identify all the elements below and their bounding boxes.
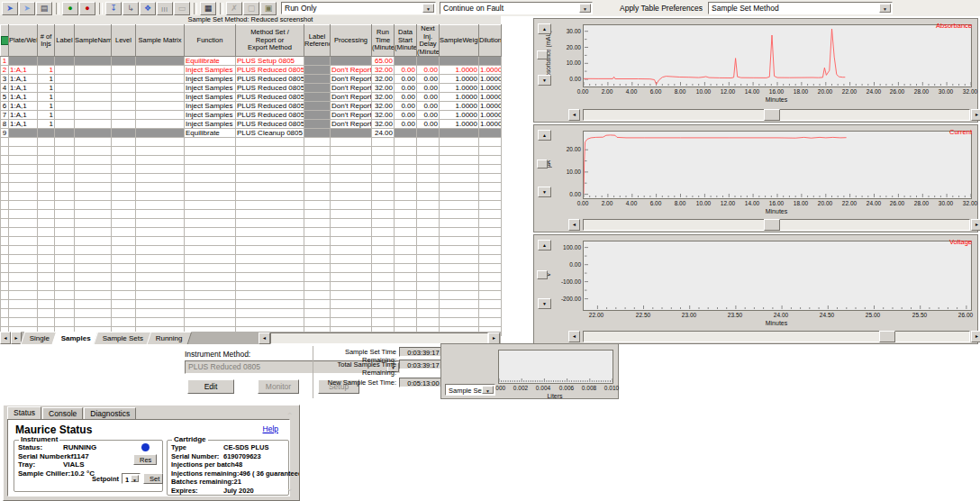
cell[interactable] — [112, 138, 136, 147]
cell[interactable] — [372, 273, 395, 282]
scroll-left-button[interactable]: ◄ — [568, 331, 580, 342]
cell[interactable] — [185, 255, 236, 264]
row-number[interactable] — [1, 201, 9, 210]
cell[interactable] — [9, 183, 38, 192]
scroll-down-chevron[interactable]: ⌄ — [286, 485, 294, 492]
cell[interactable] — [185, 174, 236, 183]
cell[interactable]: 32.00 — [372, 102, 395, 111]
cell[interactable] — [372, 318, 395, 327]
cell[interactable] — [304, 174, 331, 183]
stop-icon[interactable]: ● — [79, 2, 95, 15]
cell[interactable] — [331, 318, 372, 327]
cell[interactable] — [331, 192, 372, 201]
cell[interactable] — [440, 255, 479, 264]
column-header[interactable]: SampleWeight — [440, 25, 479, 57]
cell[interactable] — [112, 246, 136, 255]
scale-up-button[interactable]: ▲ — [538, 240, 551, 250]
cell[interactable] — [112, 165, 136, 174]
cell[interactable] — [304, 219, 331, 228]
cell[interactable] — [112, 273, 136, 282]
cell[interactable] — [136, 300, 185, 309]
cell[interactable] — [236, 237, 304, 246]
cell[interactable] — [372, 156, 395, 165]
cell[interactable] — [185, 237, 236, 246]
cell[interactable] — [331, 57, 372, 66]
cell[interactable] — [372, 138, 395, 147]
row-number[interactable] — [1, 156, 9, 165]
cell[interactable] — [236, 138, 304, 147]
cell[interactable] — [136, 120, 185, 129]
cell[interactable] — [304, 309, 331, 318]
cell[interactable] — [417, 165, 440, 174]
cell[interactable] — [9, 210, 38, 219]
cell[interactable] — [440, 201, 479, 210]
cell[interactable] — [136, 291, 185, 300]
cell[interactable] — [304, 120, 331, 129]
cell[interactable] — [331, 183, 372, 192]
cell[interactable]: 1 — [38, 75, 55, 84]
cell[interactable] — [75, 174, 112, 183]
cell[interactable] — [417, 219, 440, 228]
scale-up-button[interactable]: ▲ — [538, 130, 551, 141]
scrollbar-thumb[interactable] — [879, 331, 895, 342]
cell[interactable] — [479, 246, 502, 255]
row-number[interactable] — [1, 219, 9, 228]
cell[interactable] — [479, 291, 502, 300]
cell[interactable] — [236, 291, 304, 300]
cell[interactable] — [75, 66, 112, 75]
cell[interactable] — [75, 255, 112, 264]
insert-row-icon[interactable]: ▭ — [174, 2, 190, 15]
cell[interactable] — [236, 174, 304, 183]
cell[interactable]: 0.00 — [395, 84, 417, 93]
cell[interactable] — [55, 57, 75, 66]
cell[interactable] — [112, 129, 136, 138]
cell[interactable] — [136, 84, 185, 93]
cell[interactable] — [75, 84, 112, 93]
cell[interactable]: 1.0000 — [479, 102, 502, 111]
cell[interactable] — [372, 237, 395, 246]
cell[interactable] — [440, 147, 479, 156]
cell[interactable] — [395, 228, 417, 237]
cell[interactable]: Inject Samples — [185, 66, 236, 75]
cell[interactable] — [75, 192, 112, 201]
cell[interactable]: 1 — [38, 111, 55, 120]
cell[interactable] — [304, 129, 331, 138]
row-number[interactable] — [1, 318, 9, 327]
cell[interactable] — [185, 219, 236, 228]
cell[interactable] — [417, 273, 440, 282]
scroll-right-button[interactable]: ► — [971, 109, 980, 121]
cell[interactable]: 0.00 — [417, 75, 440, 84]
cell[interactable] — [75, 183, 112, 192]
cell[interactable] — [112, 93, 136, 102]
tab-running[interactable]: Running — [146, 332, 191, 344]
cell[interactable] — [55, 264, 75, 273]
cell[interactable] — [75, 147, 112, 156]
cell[interactable] — [395, 174, 417, 183]
cell[interactable]: 1.0000 — [479, 111, 502, 120]
cell[interactable]: 1 — [38, 66, 55, 75]
row-number[interactable] — [1, 264, 9, 273]
cell[interactable] — [9, 147, 38, 156]
cell[interactable] — [440, 156, 479, 165]
cell[interactable] — [112, 318, 136, 327]
cell[interactable]: 32.00 — [372, 75, 395, 84]
cell[interactable] — [417, 129, 440, 138]
cell[interactable] — [372, 255, 395, 264]
cell[interactable] — [75, 111, 112, 120]
cell[interactable] — [331, 273, 372, 282]
cell[interactable] — [112, 309, 136, 318]
cell[interactable] — [331, 300, 372, 309]
cell[interactable] — [236, 201, 304, 210]
cell[interactable]: PLUS Reduced 0805 — [236, 66, 304, 75]
cell[interactable] — [331, 237, 372, 246]
cell[interactable] — [417, 174, 440, 183]
cell[interactable] — [185, 210, 236, 219]
cell[interactable]: 1.0000 — [479, 66, 502, 75]
cell[interactable] — [55, 84, 75, 93]
cell[interactable] — [417, 255, 440, 264]
cell[interactable] — [38, 300, 55, 309]
cell[interactable] — [185, 156, 236, 165]
cell[interactable]: Inject Samples — [185, 111, 236, 120]
scroll-up-chevron[interactable]: ⌃ — [286, 413, 294, 420]
cell[interactable] — [304, 246, 331, 255]
